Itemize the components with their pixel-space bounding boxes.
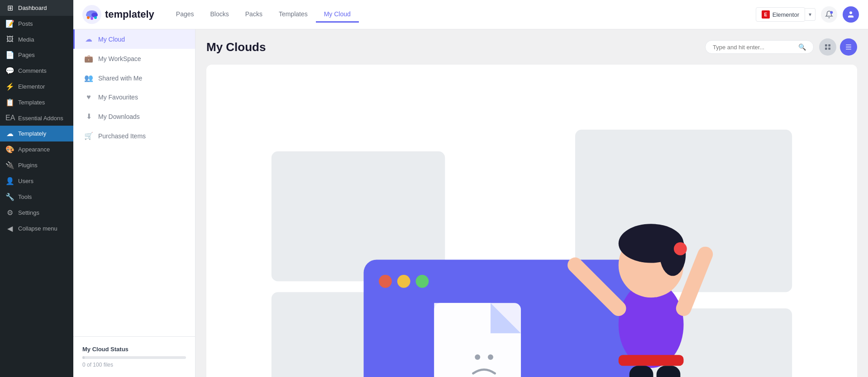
search-input[interactable]: [713, 44, 795, 51]
progress-bar-fill: [82, 356, 85, 359]
svg-point-6: [94, 16, 97, 19]
plugin-sidebar: ☁My Cloud💼My WorkSpace👥Shared with Me♥My…: [73, 29, 196, 377]
view-toggle: [819, 38, 857, 56]
plugin-sidebar-label: My WorkSpace: [98, 55, 141, 62]
top-nav: templately PagesBlocksPacksTemplatesMy C…: [73, 0, 868, 29]
plugin-sidebar-icon: ⬇: [84, 112, 94, 121]
search-bar[interactable]: 🔍: [705, 40, 814, 54]
wp-sidebar-item-comments[interactable]: 💬Comments: [0, 63, 73, 79]
wp-sidebar-item-dashboard[interactable]: ⊞Dashboard: [0, 0, 73, 16]
plugin-sidebar-item-shared-with-me[interactable]: 👥Shared with Me: [73, 68, 195, 88]
wp-sidebar-label: Plugins: [18, 162, 38, 169]
svg-rect-11: [828, 47, 830, 50]
wp-sidebar-label: Collapse menu: [18, 225, 57, 232]
wp-sidebar-item-plugins[interactable]: 🔌Plugins: [0, 157, 73, 173]
empty-state-card: Sorry, No Item: [206, 65, 857, 377]
plugin-sidebar-icon: ☁: [84, 35, 94, 43]
wp-sidebar-icon: ☁: [5, 129, 14, 138]
plugin-sidebar-icon: 👥: [84, 74, 94, 82]
wp-sidebar-icon: EA: [5, 114, 14, 122]
plugin-sidebar-label: My Cloud: [98, 36, 125, 43]
plugin-sidebar-item-my-downloads[interactable]: ⬇My Downloads: [73, 107, 195, 126]
plugin-sidebar-icon: 💼: [84, 54, 94, 63]
wp-sidebar-icon: 👤: [5, 177, 14, 185]
empty-state-illustration: Sorry, No Item: [206, 65, 857, 377]
plugin-sidebar-item-my-workspace[interactable]: 💼My WorkSpace: [73, 49, 195, 68]
wp-sidebar-icon: 🔌: [5, 161, 14, 170]
nav-links: PagesBlocksPacksTemplatesMy Cloud: [168, 7, 756, 22]
wp-sidebar-item-essential-addons[interactable]: EAEssential Addons: [0, 110, 73, 126]
panel-header: My Clouds 🔍: [206, 38, 857, 56]
wp-sidebar-label: Users: [18, 178, 33, 184]
nav-link-packs[interactable]: Packs: [237, 7, 271, 23]
wp-sidebar-item-pages[interactable]: 📄Pages: [0, 47, 73, 63]
notification-btn[interactable]: [821, 6, 837, 23]
plugin-sidebar-item-purchased-items[interactable]: 🛒Purchased Items: [73, 126, 195, 146]
plugin-sidebar-label: My Favourites: [98, 94, 138, 101]
wp-sidebar-icon: 📄: [5, 51, 14, 59]
svg-rect-13: [846, 47, 851, 47]
wp-sidebar-icon: ⊞: [5, 4, 14, 12]
wp-sidebar-label: Comments: [18, 67, 47, 74]
wp-sidebar-item-settings[interactable]: ⚙Settings: [0, 205, 73, 221]
nav-link-templates[interactable]: Templates: [271, 7, 316, 23]
wp-sidebar-item-appearance[interactable]: 🎨Appearance: [0, 141, 73, 157]
wp-sidebar-item-templates[interactable]: 📋Templates: [0, 94, 73, 110]
main-panel: My Clouds 🔍: [196, 29, 868, 377]
wp-sidebar-label: Templates: [18, 99, 45, 106]
wp-sidebar-icon: 📋: [5, 98, 14, 107]
wp-sidebar-icon: 🖼: [5, 35, 14, 43]
plugin-sidebar-icon: ♥: [84, 93, 94, 101]
search-icon[interactable]: 🔍: [798, 43, 806, 51]
svg-point-2: [86, 13, 92, 17]
main-area: templately PagesBlocksPacksTemplatesMy C…: [73, 0, 868, 377]
wp-sidebar-label: Dashboard: [18, 5, 47, 11]
wp-sidebar-label: Appearance: [18, 146, 50, 153]
elementor-label: Elementor: [773, 11, 799, 18]
wp-sidebar-item-elementor[interactable]: ⚡Elementor: [0, 79, 73, 94]
elementor-selector[interactable]: E Elementor ▾: [756, 7, 816, 22]
wp-sidebar-label: Posts: [18, 20, 33, 27]
wp-sidebar-item-posts[interactable]: 📝Posts: [0, 16, 73, 32]
templately-logo-icon: [82, 5, 101, 24]
wp-sidebar-label: Media: [18, 36, 34, 43]
wp-sidebar-item-tools[interactable]: 🔧Tools: [0, 189, 73, 205]
panel-title: My Clouds: [206, 40, 266, 54]
svg-point-28: [475, 354, 480, 360]
progress-bar-bg: [82, 356, 186, 359]
cloud-status-section: My Cloud Status 0 of 100 files: [73, 336, 195, 377]
svg-point-4: [87, 16, 90, 19]
wp-sidebar-icon: 📝: [5, 19, 14, 28]
logo-area: templately: [82, 5, 154, 24]
svg-rect-9: [828, 44, 830, 47]
wp-sidebar-label: Essential Addons: [18, 115, 63, 122]
list-view-btn[interactable]: [840, 38, 857, 56]
plugin-sidebar-item-my-favourites[interactable]: ♥My Favourites: [73, 88, 195, 107]
wp-sidebar-label: Pages: [18, 52, 35, 58]
wp-sidebar-item-templately[interactable]: ☁Templately: [0, 126, 73, 141]
nav-link-my-cloud[interactable]: My Cloud: [316, 7, 359, 23]
grid-view-btn[interactable]: [819, 38, 836, 56]
wp-sidebar-icon: 🔧: [5, 193, 14, 201]
wp-admin-sidebar: ⊞Dashboard📝Posts🖼Media📄Pages💬Comments⚡El…: [0, 0, 73, 377]
elementor-dropdown-btn[interactable]: ▾: [805, 8, 816, 21]
svg-point-29: [488, 354, 493, 360]
wp-sidebar-item-media[interactable]: 🖼Media: [0, 32, 73, 47]
svg-rect-8: [825, 44, 827, 47]
elementor-button[interactable]: E Elementor: [756, 7, 805, 22]
user-avatar[interactable]: [843, 6, 859, 23]
wp-sidebar-item-collapse-menu[interactable]: ◀Collapse menu: [0, 221, 73, 236]
plugin-sidebar-item-my-cloud[interactable]: ☁My Cloud: [73, 29, 195, 49]
nav-link-pages[interactable]: Pages: [168, 7, 202, 23]
notification-icon: [825, 10, 833, 19]
grid-icon: [824, 43, 831, 51]
plugin-sidebar-label: My Downloads: [98, 113, 140, 120]
wp-sidebar-item-users[interactable]: 👤Users: [0, 173, 73, 189]
svg-rect-10: [825, 47, 827, 50]
cloud-status-text: 0 of 100 files: [82, 362, 186, 368]
nav-link-blocks[interactable]: Blocks: [202, 7, 237, 23]
svg-point-3: [91, 13, 98, 17]
svg-point-5: [91, 17, 93, 20]
svg-point-22: [379, 275, 392, 288]
svg-point-23: [397, 275, 410, 288]
